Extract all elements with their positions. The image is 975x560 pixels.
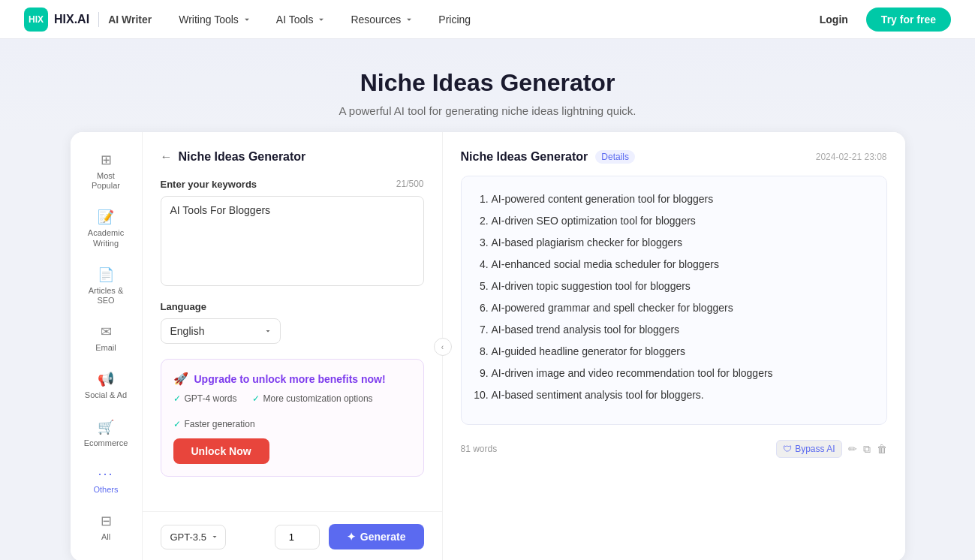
details-link[interactable]: Details	[595, 150, 635, 164]
sidebar-item-others[interactable]: ··· Others	[76, 459, 136, 502]
sidebar-item-email[interactable]: ✉ Email	[76, 316, 136, 360]
unlock-button[interactable]: Unlock Now	[173, 438, 269, 464]
bottom-bar: GPT-3.5 GPT-4 ✦ Generate	[143, 511, 442, 560]
sidebar-item-all[interactable]: ⊟ All	[76, 505, 136, 549]
word-count: 81 words	[461, 444, 498, 454]
sidebar-item-social-ad[interactable]: 📢 Social & Ad	[76, 363, 136, 408]
brand-sub: AI Writer	[108, 14, 152, 26]
feature-text-2: More customization options	[263, 393, 373, 404]
social-ad-icon: 📢	[98, 371, 114, 387]
sidebar: ⊞ Most Popular 📝 Academic Writing 📄 Arti…	[71, 132, 143, 560]
brand-name: HIX.AI	[54, 13, 89, 26]
keywords-label-row: Enter your keywords 21/500	[161, 179, 424, 190]
feature-text-3: Faster generation	[185, 419, 255, 429]
list-item: AI-powered content generation tool for b…	[492, 191, 871, 207]
list-item: AI-guided headline generator for blogger…	[492, 344, 871, 360]
feature-text-1: GPT-4 words	[185, 393, 237, 404]
language-section: Language English Spanish French German C…	[161, 301, 424, 344]
panel-title: Niche Ideas Generator	[179, 150, 306, 164]
hero-title: Niche Ideas Generator	[24, 69, 951, 97]
check-icon-3: ✓	[173, 419, 181, 429]
copy-icon[interactable]: ⧉	[863, 443, 871, 456]
logo-divider	[98, 12, 99, 27]
sidebar-item-academic-writing[interactable]: 📝 Academic Writing	[76, 201, 136, 255]
academic-writing-icon: 📝	[98, 209, 114, 225]
nav-resources[interactable]: Resources	[342, 9, 423, 30]
articles-seo-icon: 📄	[98, 266, 114, 283]
result-footer: 81 words 🛡 Bypass AI ✏ ⧉ 🗑	[461, 434, 887, 458]
model-select[interactable]: GPT-3.5 GPT-4	[161, 525, 226, 549]
sidebar-item-articles-seo[interactable]: 📄 Articles & SEO	[76, 259, 136, 313]
check-icon-1: ✓	[173, 393, 181, 404]
panel-header: ← Niche Ideas Generator	[161, 150, 424, 164]
result-title: Niche Ideas Generator	[461, 150, 588, 164]
keywords-label: Enter your keywords	[161, 179, 257, 190]
nav-pricing[interactable]: Pricing	[429, 9, 480, 30]
sidebar-label-social-ad: Social & Ad	[85, 390, 127, 400]
sidebar-label-articles-seo: Articles & SEO	[82, 286, 130, 306]
list-item: AI-driven image and video recommendation…	[492, 366, 871, 381]
list-item: AI-enhanced social media scheduler for b…	[492, 257, 871, 272]
list-item: AI-based sentiment analysis tool for blo…	[492, 387, 871, 403]
sidebar-label-academic-writing: Academic Writing	[82, 228, 130, 248]
hero-section: Niche Ideas Generator A powerful AI tool…	[0, 39, 975, 132]
logo: HIX HIX.AI AI Writer	[24, 8, 152, 32]
result-actions: 🛡 Bypass AI ✏ ⧉ 🗑	[776, 440, 886, 458]
feature-gpt4: ✓ GPT-4 words	[173, 393, 237, 404]
left-panel: ← Niche Ideas Generator Enter your keywo…	[143, 132, 443, 560]
all-icon: ⊟	[101, 513, 112, 529]
upgrade-title: 🚀 Upgrade to unlock more benefits now!	[173, 372, 411, 386]
others-icon: ···	[98, 466, 113, 482]
sidebar-label-most-popular: Most Popular	[82, 171, 130, 191]
navbar-right: Login Try for free	[811, 8, 951, 32]
sidebar-item-ecommerce[interactable]: 🛒 Ecommerce	[76, 411, 136, 456]
sidebar-label-ecommerce: Ecommerce	[84, 438, 128, 448]
list-item: AI-based trend analysis tool for blogger…	[492, 322, 871, 338]
check-icon-2: ✓	[252, 393, 260, 404]
list-item: AI-driven topic suggestion tool for blog…	[492, 278, 871, 294]
navbar-left: HIX HIX.AI AI Writer Writing Tools AI To…	[24, 8, 480, 32]
ecommerce-icon: 🛒	[98, 419, 114, 435]
main-container: ⊞ Most Popular 📝 Academic Writing 📄 Arti…	[53, 132, 923, 560]
login-button[interactable]: Login	[811, 9, 857, 30]
try-free-button[interactable]: Try for free	[866, 8, 951, 32]
most-popular-icon: ⊞	[101, 152, 112, 168]
left-panel-body: ← Niche Ideas Generator Enter your keywo…	[143, 132, 442, 511]
generate-label: Generate	[360, 531, 406, 543]
upgrade-banner: 🚀 Upgrade to unlock more benefits now! ✓…	[161, 359, 424, 477]
result-title-wrap: Niche Ideas Generator Details	[461, 150, 636, 164]
keywords-input[interactable]: AI Tools For Bloggers	[161, 196, 424, 286]
collapse-toggle[interactable]: ‹	[434, 338, 452, 356]
result-content: AI-powered content generation tool for b…	[461, 176, 887, 425]
language-label: Language	[161, 301, 424, 312]
bypass-ai-button[interactable]: 🛡 Bypass AI	[776, 440, 841, 458]
tool-card: ⊞ Most Popular 📝 Academic Writing 📄 Arti…	[71, 132, 905, 560]
logo-icon: HIX	[24, 8, 48, 32]
list-item: AI-powered grammar and spell checker for…	[492, 300, 871, 316]
list-item: AI-based plagiarism checker for bloggers	[492, 235, 871, 251]
right-panel: Niche Ideas Generator Details 2024-02-21…	[443, 132, 905, 560]
sidebar-label-others: Others	[93, 485, 118, 495]
edit-icon[interactable]: ✏	[848, 443, 857, 455]
bypass-label: Bypass AI	[795, 444, 835, 454]
list-item: AI-driven SEO optimization tool for blog…	[492, 213, 871, 229]
char-count: 21/500	[396, 179, 424, 190]
nav-links: Writing Tools AI Tools Resources Pricing	[170, 9, 480, 30]
back-arrow-icon[interactable]: ←	[161, 150, 173, 164]
result-timestamp: 2024-02-21 23:08	[816, 152, 887, 162]
navbar: HIX HIX.AI AI Writer Writing Tools AI To…	[0, 0, 975, 39]
sidebar-label-all: All	[101, 532, 110, 542]
generate-button[interactable]: ✦ Generate	[329, 524, 424, 549]
hero-subtitle: A powerful AI tool for generating niche …	[24, 104, 951, 117]
upgrade-features: ✓ GPT-4 words ✓ More customization optio…	[173, 393, 411, 429]
email-icon: ✉	[101, 324, 112, 340]
nav-writing-tools[interactable]: Writing Tools	[170, 9, 261, 30]
nav-ai-tools[interactable]: AI Tools	[267, 9, 336, 30]
feature-customization: ✓ More customization options	[252, 393, 373, 404]
sidebar-item-most-popular[interactable]: ⊞ Most Popular	[76, 144, 136, 198]
quantity-input[interactable]	[275, 525, 320, 549]
generate-icon: ✦	[347, 531, 356, 543]
upgrade-icon: 🚀	[173, 372, 188, 386]
delete-icon[interactable]: 🗑	[877, 443, 887, 455]
language-select[interactable]: English Spanish French German Chinese Ja…	[161, 318, 281, 344]
